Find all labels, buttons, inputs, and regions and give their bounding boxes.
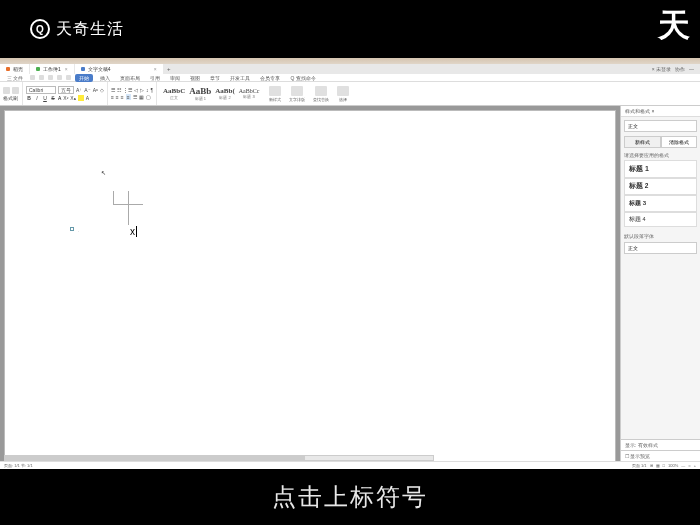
panel-title: 样式和格式 × (621, 106, 700, 117)
tab-close-icon[interactable]: × (65, 66, 68, 72)
tab-icon (81, 67, 85, 71)
font-shading-button[interactable]: A (86, 95, 89, 101)
style-heading3[interactable]: AaBbCc 标题 3 (239, 88, 260, 99)
panel-preview-check[interactable]: ☐ 显示预览 (621, 450, 700, 461)
login-status[interactable]: × 未登录 (652, 66, 671, 72)
font-color-button[interactable]: A (58, 95, 61, 101)
ribbon-font-group: Calibri 五号 A⁺ A⁻ Aª ◇ B I U S A X² X₂ A (23, 82, 108, 105)
tab-add-button[interactable]: + (164, 64, 174, 74)
increase-indent-icon[interactable]: ▷ (140, 87, 144, 93)
font-size-select[interactable]: 五号 (58, 86, 74, 94)
menu-member[interactable]: 会员专享 (257, 75, 283, 81)
qat-icon[interactable] (48, 75, 53, 80)
titlebar-right: × 未登录 协作 — (652, 66, 700, 72)
decrease-font-icon[interactable]: A⁻ (84, 87, 90, 93)
style-heading1[interactable]: AaBb 标题 1 (189, 86, 211, 101)
menu-home[interactable]: 开始 (75, 74, 93, 82)
view-mode-icon[interactable]: □ (663, 463, 665, 468)
tab-icon (6, 67, 10, 71)
qat-icon[interactable] (57, 75, 62, 80)
zoom-in-icon[interactable]: + (694, 463, 696, 468)
qat-icon[interactable] (30, 75, 35, 80)
tab-close-icon[interactable]: × (154, 66, 157, 72)
format-painter-button[interactable]: 格式刷 (3, 95, 18, 101)
number-list-icon[interactable]: ☷ (117, 87, 121, 93)
borders-icon[interactable]: ▢ (146, 94, 151, 100)
subscript-button[interactable]: X₂ (70, 95, 75, 101)
align-justify-icon[interactable]: ≡ (126, 94, 131, 100)
find-replace-button[interactable]: 查找替换 (309, 82, 333, 105)
document-page[interactable]: · x (4, 110, 616, 461)
zoom-out-icon[interactable]: — (681, 463, 685, 468)
collab-button[interactable]: 协作 (675, 66, 685, 72)
horizontal-scrollbar[interactable] (4, 455, 434, 461)
highlight-button[interactable] (78, 95, 84, 102)
current-style-box[interactable]: 正文 (624, 120, 697, 132)
panel-tab-newstyle[interactable]: 新样式 (624, 136, 661, 148)
panel-show-select[interactable]: 显示: 有效样式 (621, 439, 700, 450)
superscript-button[interactable]: X² (63, 95, 68, 101)
paste-icon[interactable] (3, 87, 10, 94)
cut-icon[interactable] (12, 87, 19, 94)
strikethrough-button[interactable]: S (50, 95, 56, 101)
style-normal[interactable]: AaBbC 正文 (163, 87, 185, 100)
tab-docer[interactable]: 稻壳 (0, 64, 29, 74)
sort-icon[interactable]: ↕ (146, 87, 149, 93)
decrease-indent-icon[interactable]: ◁ (134, 87, 138, 93)
style-item-heading3[interactable]: 标题 3 (624, 195, 697, 212)
subtitle-text: 点击上标符号 (272, 481, 428, 513)
font-name-select[interactable]: Calibri (26, 86, 56, 94)
show-marks-icon[interactable]: ¶ (150, 87, 153, 93)
video-subtitle-bar: 点击上标符号 (0, 469, 700, 525)
menu-sections[interactable]: 章节 (207, 75, 223, 81)
window-minimize-icon[interactable]: — (689, 66, 694, 72)
align-center-icon[interactable]: ≡ (116, 94, 119, 100)
new-style-button[interactable]: 新样式 (265, 82, 285, 105)
document-text-content[interactable]: x (130, 226, 137, 237)
select-button[interactable]: 选择 (333, 82, 353, 105)
qat-icon[interactable] (66, 75, 71, 80)
style-heading2[interactable]: AaBb( 标题 2 (215, 87, 234, 100)
menu-view[interactable]: 视图 (187, 75, 203, 81)
italic-button[interactable]: I (34, 95, 40, 101)
align-left-icon[interactable]: ≡ (111, 94, 114, 100)
clear-format-icon[interactable]: ◇ (100, 87, 104, 93)
menu-review[interactable]: 审阅 (167, 75, 183, 81)
view-mode-icon[interactable]: ▦ (656, 463, 660, 468)
multilevel-list-icon[interactable]: ⋮☰ (123, 87, 132, 93)
menu-devtools[interactable]: 开发工具 (227, 75, 253, 81)
ribbon-clipboard-group: 格式刷 (0, 82, 23, 105)
status-item[interactable]: 页面 1/1 (632, 463, 647, 468)
bullet-list-icon[interactable]: ☰ (111, 87, 115, 93)
shading-icon[interactable]: ▦ (139, 94, 144, 100)
menu-references[interactable]: 引用 (147, 75, 163, 81)
style-item-heading2[interactable]: 标题 2 (624, 178, 697, 195)
line-spacing-icon[interactable]: ☰ (133, 94, 137, 100)
zoom-level[interactable]: 100% (668, 463, 678, 468)
underline-button[interactable]: U (42, 95, 48, 101)
change-case-icon[interactable]: Aª (93, 87, 98, 93)
text-tools-button[interactable]: 文字排版 (285, 82, 309, 105)
increase-font-icon[interactable]: A⁺ (76, 87, 82, 93)
style-item-heading4[interactable]: 标题 4 (624, 212, 697, 227)
bold-button[interactable]: B (26, 95, 32, 101)
style-list: 标题 1 标题 2 标题 3 标题 4 (624, 160, 697, 227)
qat-icon[interactable] (39, 75, 44, 80)
app-window: 稻壳 工作簿1 × 文字文稿4 × + × 未登录 协作 — 三 文件 开始 插… (0, 64, 700, 469)
panel-tab-clear[interactable]: 清除格式 (661, 136, 698, 148)
view-mode-icon[interactable]: ⊞ (650, 463, 653, 468)
menu-layout[interactable]: 页面布局 (117, 75, 143, 81)
scrollbar-thumb[interactable] (5, 456, 305, 460)
style-item-normal[interactable]: 正文 (624, 242, 697, 254)
align-right-icon[interactable]: ≡ (121, 94, 124, 100)
tab-workbook[interactable]: 工作簿1 × (30, 64, 74, 74)
ribbon-toolbar: 格式刷 Calibri 五号 A⁺ A⁻ Aª ◇ B I U S A X² X… (0, 82, 700, 106)
style-item-heading1[interactable]: 标题 1 (624, 160, 697, 178)
file-menu[interactable]: 三 文件 (4, 75, 26, 81)
tab-document-active[interactable]: 文字文稿4 × (75, 64, 163, 74)
document-viewport[interactable]: · x (0, 106, 620, 461)
document-tab-bar: 稻壳 工作簿1 × 文字文稿4 × + × 未登录 协作 — (0, 64, 700, 74)
menu-search[interactable]: Q 查找命令 (287, 75, 318, 81)
menu-insert[interactable]: 插入 (97, 75, 113, 81)
zoom-slider[interactable]: ○ (688, 463, 690, 468)
